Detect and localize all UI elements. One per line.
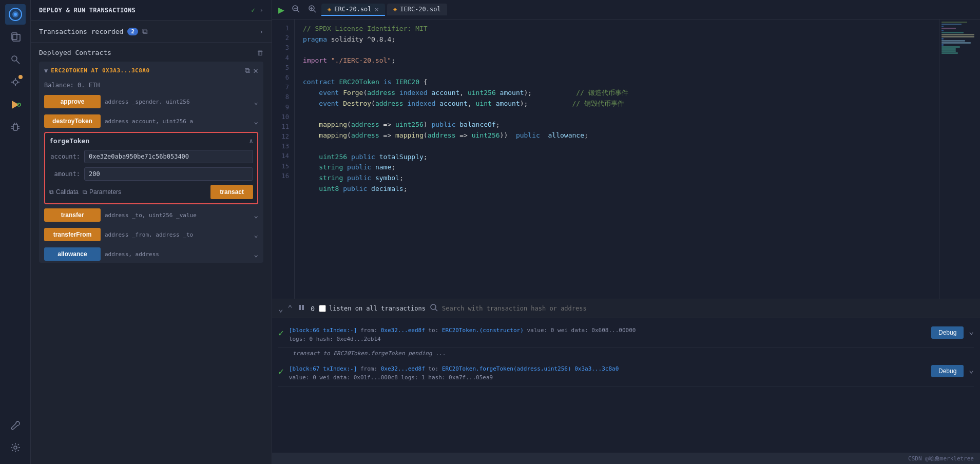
forgetoken-account-field: account: (49, 150, 253, 163)
search-icon[interactable] (5, 49, 26, 70)
approve-button[interactable]: approve (44, 95, 101, 108)
allowance-chevron-icon[interactable]: ⌄ (254, 250, 258, 258)
code-line-16: uint8 public decimals; (303, 184, 931, 195)
parameters-button[interactable]: ⧉ Parameters (83, 188, 121, 196)
search-tx-icon[interactable] (430, 303, 438, 314)
allowance-button[interactable]: allowance (44, 247, 101, 261)
transact-button[interactable]: transact (210, 185, 253, 199)
transactions-label: Transactions recorded (39, 28, 123, 35)
code-line-13: uint256 public totalSupply; (303, 152, 931, 163)
tx1-text: [block:66 txIndex:-] from: 0xe32...eed8f… (289, 326, 926, 335)
forgetoken-amount-label: amount: (49, 170, 80, 178)
deployed-title: Deployed Contracts (39, 49, 111, 56)
function-row-approve: approve address _spender, uint256 ⌄ (39, 93, 263, 110)
trash-icon[interactable]: 🗑 (257, 49, 263, 56)
code-line-10: mapping(address => uint256) public balan… (303, 120, 931, 130)
code-line-14: string public name; (303, 162, 931, 173)
tab-erc20-label: ERC-20.sol (334, 6, 371, 13)
tx-entry-1: ✓ [block:66 txIndex:-] from: 0xe32...eed… (278, 322, 974, 348)
icon-bar (0, 0, 31, 464)
contract-header[interactable]: ▼ ERC20TOKEN AT 0X3A3...3C8A0 ⧉ ✕ (39, 62, 263, 80)
wrench-icon[interactable] (5, 415, 26, 435)
contract-close-icon[interactable]: ✕ (253, 66, 258, 75)
listen-checkbox[interactable] (319, 305, 326, 312)
tx1-expand-icon[interactable]: ⌄ (969, 326, 974, 336)
check-icon: ✓ (251, 6, 255, 14)
deploy-icon[interactable] (5, 94, 26, 115)
settings-icon[interactable] (5, 437, 26, 458)
transactions-log: ✓ [block:66 txIndex:-] from: 0xe32...eed… (272, 318, 980, 453)
expand-down-icon[interactable]: ⌄ (278, 304, 283, 314)
search-tx-input[interactable] (442, 305, 974, 312)
code-content[interactable]: // SPDX-License-Identifier: MIT pragma s… (295, 20, 939, 299)
code-line-15: string public symbol; (303, 173, 931, 184)
tab-ierc20-icon: ◈ (393, 6, 397, 13)
listen-label: listen on all transactions (329, 305, 426, 312)
bottom-panel: ⌄ ⌄ 0 listen on all transactions ✓ (272, 299, 980, 453)
transfer-button[interactable]: transfer (44, 208, 101, 222)
calldata-button[interactable]: ⧉ Calldata (49, 188, 79, 196)
run-icon[interactable]: ▶ (276, 3, 286, 17)
tx1-debug-button[interactable]: Debug (931, 326, 964, 339)
destroytoken-chevron-icon[interactable]: ⌄ (254, 117, 258, 125)
zoom-in-icon[interactable] (305, 4, 319, 16)
svg-point-2 (14, 13, 17, 16)
svg-line-28 (435, 309, 437, 311)
deployed-contracts: Deployed Contracts 🗑 ▼ ERC20TOKEN AT 0X3… (31, 43, 272, 269)
deployed-header: Deployed Contracts 🗑 (39, 49, 263, 56)
tx1-success-icon: ✓ (278, 327, 284, 338)
copy-transactions-icon[interactable]: ⧉ (142, 27, 148, 36)
tx-pending-message: transact to ERC20Token.forgeToken pendin… (278, 348, 974, 357)
approve-chevron-icon[interactable]: ⌄ (254, 98, 258, 106)
panel-header: DEPLOY & RUN TRANSACTIONS ✓ › (31, 0, 272, 21)
ln-3: 3 (272, 43, 294, 53)
tx1-body: [block:66 txIndex:-] from: 0xe32...eed8f… (289, 326, 926, 343)
ln-15: 15 (272, 162, 294, 171)
transfer-chevron-icon[interactable]: ⌄ (254, 211, 258, 219)
forgetoken-expanded: forgeToken ∧ account: amount: ⧉ (44, 132, 258, 204)
svg-marker-8 (12, 101, 19, 109)
forgetoken-account-input[interactable] (84, 150, 253, 163)
code-line-8: event Destroy(address indexed account, u… (303, 99, 931, 109)
attribution-text: CSDN @哈桑merkletree (908, 455, 974, 462)
transferfrom-chevron-icon[interactable]: ⌄ (254, 230, 258, 239)
tab-erc20[interactable]: ◈ ERC-20.sol ✕ (321, 4, 385, 16)
tab-erc20-close-icon[interactable]: ✕ (375, 6, 379, 13)
expand-up-icon[interactable]: ⌄ (287, 304, 293, 314)
zoom-out-icon[interactable] (289, 4, 303, 16)
code-line-2: pragma solidity ^0.8.4; (303, 34, 931, 45)
code-line-9 (303, 109, 931, 120)
ln-10: 10 (272, 112, 294, 122)
tx2-body: [block:67 txIndex:-] from: 0xe32...eed8f… (289, 365, 926, 382)
ln-1: 1 (272, 24, 294, 33)
parameters-icon: ⧉ (83, 188, 87, 196)
debug-icon[interactable] (5, 117, 26, 138)
tab-erc20-icon: ◈ (328, 6, 331, 13)
minimap (939, 20, 980, 299)
transferfrom-button[interactable]: transferFrom (44, 228, 101, 241)
forgetoken-title-row: forgeToken ∧ (49, 137, 253, 145)
editor-toolbar: ▶ ◈ ERC-20.sol ✕ ◈ IERC-20.sol (272, 0, 980, 20)
tx2-debug-button[interactable]: Debug (931, 365, 964, 377)
status-bar: CSDN @哈桑merkletree (272, 453, 980, 464)
arrow-icon[interactable]: › (259, 6, 263, 14)
forgetoken-chevron-up-icon[interactable]: ∧ (249, 137, 253, 145)
ln-11: 11 (272, 122, 294, 132)
tab-ierc20[interactable]: ◈ IERC-20.sol (387, 4, 447, 15)
pause-icon[interactable] (296, 302, 306, 315)
destroytoken-button[interactable]: destroyToken (44, 114, 101, 128)
calldata-icon: ⧉ (49, 188, 54, 196)
contract-copy-icon[interactable]: ⧉ (245, 66, 250, 75)
forgetoken-amount-input[interactable] (84, 167, 253, 181)
main-area: ▶ ◈ ERC-20.sol ✕ ◈ IERC-20.sol 1 2 3 4 5 (272, 0, 980, 464)
plugin-icon[interactable] (5, 72, 26, 92)
icon-bar-bottom (5, 415, 26, 464)
tx2-expand-icon[interactable]: ⌄ (969, 365, 974, 375)
files-icon[interactable] (5, 27, 26, 47)
logo-icon[interactable] (5, 4, 26, 25)
plugin-badge (18, 75, 23, 79)
parameters-label: Parameters (89, 188, 121, 196)
transactions-arrow[interactable]: › (259, 28, 263, 35)
contract-name: ERC20TOKEN AT 0X3A3...3C8A0 (51, 67, 242, 74)
tx-entry-2: ✓ [block:67 txIndex:-] from: 0xe32...eed… (278, 361, 974, 386)
